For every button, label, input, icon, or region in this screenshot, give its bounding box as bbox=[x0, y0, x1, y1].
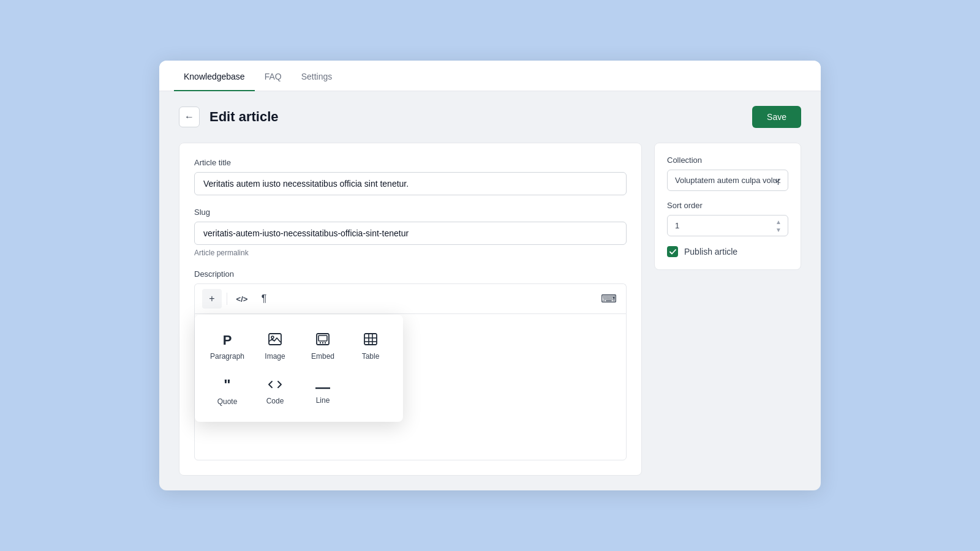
insert-table[interactable]: Table bbox=[348, 324, 393, 367]
sort-order-input[interactable] bbox=[667, 215, 788, 236]
description-label: Description bbox=[194, 269, 627, 279]
insert-button[interactable]: + bbox=[202, 289, 222, 309]
editor-section: + </> ¶ ⌨ bbox=[194, 283, 627, 460]
keyboard-shortcut-button[interactable]: ⌨ bbox=[599, 289, 619, 309]
sort-order-label: Sort order bbox=[667, 201, 788, 210]
side-col: Collection Voluptatem autem culpa volupt… bbox=[654, 143, 801, 270]
tab-faq[interactable]: FAQ bbox=[255, 61, 292, 91]
insert-grid-row1: P Paragraph bbox=[205, 324, 393, 367]
article-card: Article title Slug Article permalink Des… bbox=[179, 143, 642, 476]
quote-label: Quote bbox=[217, 397, 238, 406]
paragraph-icon: P bbox=[223, 334, 232, 347]
publish-label: Publish article bbox=[684, 247, 737, 257]
main-col: Article title Slug Article permalink Des… bbox=[179, 143, 642, 476]
collection-label: Collection bbox=[667, 156, 788, 165]
insert-embed[interactable]: Embed bbox=[300, 324, 345, 367]
insert-image[interactable]: Image bbox=[252, 324, 298, 367]
header-left: ← Edit article bbox=[179, 107, 278, 127]
svg-rect-3 bbox=[318, 335, 327, 341]
page-content: ← Edit article Save Article title Slug A… bbox=[159, 91, 821, 490]
code-brackets-icon: </> bbox=[236, 294, 248, 304]
back-button[interactable]: ← bbox=[179, 107, 200, 127]
pilcrow-icon: ¶ bbox=[262, 293, 267, 304]
image-icon bbox=[268, 333, 282, 347]
slug-label: Slug bbox=[194, 208, 627, 217]
paragraph-label: Paragraph bbox=[210, 352, 244, 361]
sort-order-down[interactable]: ▼ bbox=[775, 226, 782, 233]
top-nav: Knowledgebase FAQ Settings bbox=[159, 61, 821, 91]
save-button[interactable]: Save bbox=[752, 106, 801, 128]
svg-point-6 bbox=[325, 342, 326, 343]
line-icon bbox=[315, 379, 330, 391]
insert-code[interactable]: Code bbox=[252, 369, 298, 412]
permalink-link[interactable]: Article permalink bbox=[194, 249, 627, 257]
toolbar-divider bbox=[227, 293, 227, 305]
publish-row: Publish article bbox=[667, 246, 788, 257]
image-label: Image bbox=[265, 352, 285, 361]
sort-order-wrap: ▲ ▼ bbox=[667, 215, 788, 236]
two-col-layout: Article title Slug Article permalink Des… bbox=[179, 143, 801, 476]
insert-dropdown: P Paragraph bbox=[195, 315, 403, 422]
insert-quote[interactable]: " Quote bbox=[205, 369, 250, 412]
svg-rect-7 bbox=[364, 334, 377, 345]
line-label: Line bbox=[316, 396, 330, 405]
table-label: Table bbox=[362, 352, 380, 361]
collection-select[interactable]: Voluptatem autem culpa voluptas... bbox=[667, 170, 788, 191]
svg-rect-0 bbox=[269, 334, 281, 345]
code-toggle-button[interactable]: </> bbox=[232, 289, 252, 309]
svg-point-5 bbox=[322, 342, 323, 343]
publish-checkbox[interactable] bbox=[667, 246, 678, 257]
tab-knowledgebase[interactable]: Knowledgebase bbox=[174, 61, 255, 91]
number-arrows: ▲ ▼ bbox=[775, 218, 782, 233]
quote-icon: " bbox=[224, 378, 230, 392]
insert-grid-row2: " Quote bbox=[205, 369, 393, 412]
insert-line[interactable]: Line bbox=[300, 369, 345, 412]
keyboard-icon: ⌨ bbox=[601, 292, 617, 305]
paragraph-button[interactable]: ¶ bbox=[254, 289, 274, 309]
table-icon bbox=[364, 333, 377, 347]
svg-point-1 bbox=[271, 336, 274, 339]
article-title-input[interactable] bbox=[194, 172, 627, 195]
sidebar-card: Collection Voluptatem autem culpa volupt… bbox=[654, 143, 801, 270]
insert-empty bbox=[348, 369, 393, 412]
code-icon bbox=[268, 379, 282, 392]
article-title-label: Article title bbox=[194, 158, 627, 167]
svg-point-4 bbox=[320, 342, 321, 343]
insert-paragraph[interactable]: P Paragraph bbox=[205, 324, 250, 367]
editor-toolbar: + </> ¶ ⌨ bbox=[194, 283, 627, 313]
page-header: ← Edit article Save bbox=[179, 106, 801, 128]
back-arrow-icon: ← bbox=[184, 111, 194, 122]
sort-order-up[interactable]: ▲ bbox=[775, 218, 782, 225]
embed-label: Embed bbox=[311, 352, 334, 361]
plus-icon: + bbox=[209, 293, 214, 304]
tab-settings[interactable]: Settings bbox=[292, 61, 342, 91]
slug-input[interactable] bbox=[194, 222, 627, 245]
app-container: Knowledgebase FAQ Settings ← Edit articl… bbox=[159, 61, 821, 490]
embed-icon bbox=[316, 333, 330, 347]
page-title: Edit article bbox=[209, 109, 278, 125]
code-label: Code bbox=[266, 397, 284, 405]
